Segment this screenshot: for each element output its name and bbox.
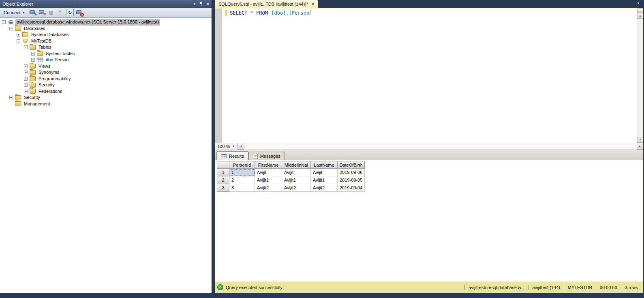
row-header[interactable]: 1	[217, 169, 229, 176]
refresh-icon[interactable]: ↻	[66, 9, 74, 16]
object-explorer-titlebar[interactable]: Object Explorer ▼ ×	[0, 0, 212, 8]
grid-cell[interactable]: Avijit1	[282, 176, 311, 184]
folder-icon	[15, 101, 21, 106]
collapse-icon[interactable]: -	[17, 39, 20, 43]
expand-icon[interactable]: +	[24, 90, 28, 93]
sql-operator: *	[250, 10, 253, 16]
scroll-right-icon[interactable]: ►	[637, 143, 643, 150]
grid-cell[interactable]: 2	[229, 176, 255, 184]
folder-icon	[30, 45, 35, 50]
status-database: MYTESTDB	[564, 285, 596, 290]
tree-item-mytestdb[interactable]: - MyTestDB	[0, 38, 212, 45]
folder-icon	[37, 51, 43, 56]
tab-sqlquery6[interactable]: SQLQuery6.sql - avijit...TDB (avijittest…	[215, 0, 318, 8]
pin-icon[interactable]	[200, 2, 203, 6]
tree-item-views[interactable]: + Views	[0, 63, 212, 70]
connect-button[interactable]: Connect ▼	[2, 9, 27, 16]
grid-cell[interactable]: Avijit2	[311, 184, 338, 192]
success-check-icon: ✓	[217, 284, 223, 290]
tree-item-system-tables[interactable]: + System Tables	[0, 51, 212, 57]
remove-connection-icon[interactable]: ×	[76, 10, 83, 16]
close-icon[interactable]: ×	[311, 2, 314, 6]
tree-item-management[interactable]: Management	[0, 101, 212, 107]
chevron-down-icon: ▼	[22, 11, 25, 14]
zoom-level-dropdown[interactable]: 100 % ▼	[215, 143, 238, 150]
filter-icon[interactable]	[58, 10, 63, 15]
expand-icon[interactable]: +	[31, 58, 35, 62]
grid-cell[interactable]: Avijit	[255, 169, 282, 176]
tree-item-databases[interactable]: - Databases	[0, 26, 212, 32]
grid-cell[interactable]: 2019-09-04	[338, 184, 365, 192]
collapse-icon[interactable]: -	[2, 20, 6, 24]
editor-split-handle[interactable]	[637, 9, 643, 13]
grid-cell[interactable]: Avijit2	[282, 184, 311, 192]
table-row: 3 3 Avijit2 Avijit2 Avijit2 2019-09-04	[217, 184, 365, 192]
column-header[interactable]: PersonId	[229, 161, 255, 169]
status-message: Query executed successfully.	[226, 285, 464, 290]
tab-results[interactable]: Results	[216, 151, 248, 160]
close-icon[interactable]: ×	[206, 2, 209, 6]
disconnect-server-icon[interactable]: ×	[39, 10, 46, 16]
scroll-left-icon[interactable]: ◄	[238, 143, 244, 150]
grid-cell[interactable]: 3	[229, 184, 255, 192]
grid-cell[interactable]: Avijit1	[255, 176, 282, 184]
folder-icon	[15, 95, 21, 100]
row-header[interactable]: 2	[217, 176, 229, 184]
sql-code-line[interactable]: SELECT * FROM [dbo].[Person]	[230, 10, 312, 16]
status-user: avijittest (144)	[528, 285, 563, 290]
chevron-down-icon: ▼	[232, 145, 235, 148]
grid-corner-cell[interactable]	[217, 161, 229, 169]
scroll-down-icon[interactable]: ▼	[637, 137, 643, 143]
grid-cell[interactable]: Avijit	[311, 169, 338, 176]
collapse-icon[interactable]: -	[24, 45, 28, 49]
expand-icon[interactable]: +	[24, 64, 28, 68]
editor-vertical-scrollbar[interactable]: ▲ ▼	[637, 9, 643, 143]
horizontal-scrollbar-track[interactable]	[244, 143, 637, 150]
expand-icon[interactable]: +	[17, 33, 20, 36]
column-header[interactable]: LastName	[311, 161, 338, 169]
grid-cell[interactable]: 2019-09-05	[338, 176, 365, 184]
expand-icon[interactable]: +	[31, 52, 35, 56]
tree-item-programmability[interactable]: + Programmability	[0, 76, 212, 82]
grid-cell[interactable]: Avijit2	[255, 184, 282, 192]
tree-item-tables[interactable]: - Tables	[0, 44, 212, 51]
tree-item-synonyms[interactable]: + Synonyms	[0, 69, 212, 76]
table-icon	[37, 58, 43, 62]
scroll-up-icon[interactable]: ▲	[637, 13, 643, 19]
column-header[interactable]: MiddelInitial	[282, 161, 311, 169]
tree-item-federations[interactable]: + Federations	[0, 88, 212, 95]
expand-icon[interactable]: +	[24, 83, 28, 87]
column-header[interactable]: FirstName	[255, 161, 282, 169]
row-header[interactable]: 3	[217, 184, 229, 192]
folder-icon	[30, 89, 35, 94]
column-header[interactable]: DateOfBirth	[338, 161, 365, 169]
window-position-icon[interactable]: ▼	[193, 2, 196, 6]
folder-icon	[22, 32, 28, 37]
tree-item-server[interactable]: - avijitrestoresql.database.windows.net …	[0, 19, 212, 26]
database-icon	[22, 39, 28, 43]
tree-item-system-databases[interactable]: + System Databases	[0, 32, 212, 38]
tree-item-server-security[interactable]: + Security	[0, 94, 212, 101]
expand-icon[interactable]: +	[24, 71, 28, 74]
grid-cell-selected[interactable]: 1	[229, 169, 255, 176]
sql-keyword: FROM	[256, 10, 268, 16]
sql-editor[interactable]: SELECT * FROM [dbo].[Person] ▲ ▼	[215, 8, 643, 143]
status-row-count: 3 rows	[621, 285, 642, 290]
tree-item-db-security[interactable]: + Security	[0, 82, 212, 88]
sql-keyword: SELECT	[230, 10, 247, 16]
grid-cell[interactable]: 2019-09-06	[338, 169, 365, 176]
collapse-icon[interactable]: -	[9, 27, 13, 30]
messages-icon	[253, 154, 258, 159]
expand-icon[interactable]: +	[9, 96, 13, 99]
grid-cell[interactable]: Avijit	[282, 169, 311, 176]
connect-server-icon[interactable]: +	[30, 10, 36, 16]
folder-icon	[30, 70, 35, 75]
table-row: 2 2 Avijit1 Avijit1 Avijit1 2019-09-05	[217, 176, 365, 184]
tree-item-dbo-person[interactable]: + dbo.Person	[0, 57, 212, 63]
expand-icon[interactable]: +	[24, 77, 28, 81]
grid-cell[interactable]: Avijit1	[311, 176, 338, 184]
document-list-chevron-icon[interactable]: ▼	[637, 2, 640, 5]
editor-indicator-margin	[215, 9, 222, 143]
sql-object-name: [dbo].[Person]	[271, 10, 312, 16]
tab-messages[interactable]: Messages	[248, 152, 285, 160]
